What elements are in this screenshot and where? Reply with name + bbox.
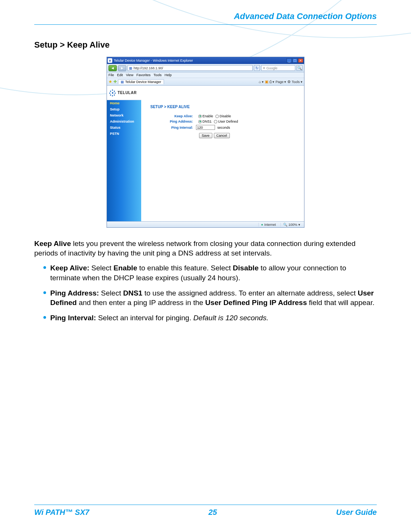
sidebar: Home Setup Network Administration Status… (107, 86, 141, 221)
address-field[interactable]: ▦ http://192.168.1.90/ (127, 65, 253, 71)
window-title: Telular Device Manager - Windows Interne… (114, 59, 287, 62)
search-field[interactable]: ✕ Google (261, 65, 295, 71)
menu-edit[interactable]: Edit (117, 73, 123, 77)
sidebar-item-administration[interactable]: Administration (107, 118, 141, 125)
menu-tools[interactable]: Tools (153, 73, 161, 77)
main-panel: SETUP > KEEP ALIVE Keep Alive: Enable Di… (141, 86, 304, 221)
tab-bar: ★ ✚ ▦ Telular Device Manager ⌂▾ ▣ ⎙▾ Pag… (107, 78, 304, 86)
section-heading: Setup > Keep Alive (34, 40, 377, 50)
zoom-level[interactable]: 🔍 100% ▾ (280, 223, 303, 227)
search-icon: ✕ (263, 66, 266, 70)
screenshot-figure: e Telular Device Manager - Windows Inter… (107, 57, 304, 228)
add-favorite-icon[interactable]: ✚ (113, 79, 117, 84)
window-titlebar: e Telular Device Manager - Windows Inter… (107, 57, 304, 64)
tab-favicon-icon: ▦ (121, 80, 124, 84)
page-tool[interactable]: Page ▾ (276, 80, 287, 84)
footer-page-number: 25 (209, 508, 217, 517)
footer-doc-title: User Guide (336, 508, 377, 517)
menu-help[interactable]: Help (164, 73, 172, 77)
menu-favorites[interactable]: Favorites (136, 73, 150, 77)
close-button[interactable]: × (298, 58, 303, 63)
back-button[interactable]: ◄ (108, 65, 117, 71)
maximize-button[interactable]: □ (292, 58, 298, 63)
page-header-title: Advanced Data Connection Options (34, 11, 377, 21)
minimize-button[interactable]: _ (287, 58, 292, 63)
address-bar: ◄ ► ▦ http://192.168.1.90/ ↻ ✕ Google 🔍 (107, 64, 304, 72)
ping-address-userdef-radio[interactable] (214, 120, 217, 123)
sidebar-item-status[interactable]: Status (107, 125, 141, 131)
bullet-keep-alive: Keep Alive: Select Enable to enable this… (43, 263, 377, 283)
feeds-tool[interactable]: ▣ (265, 80, 268, 84)
feeds-icon: ▣ (265, 80, 268, 84)
keep-alive-label: Keep Alive: (150, 114, 196, 118)
search-button[interactable]: 🔍 (296, 65, 303, 71)
keep-alive-disable-radio[interactable] (215, 115, 219, 118)
tools-tool[interactable]: ⚙Tools ▾ (287, 80, 303, 84)
forward-button[interactable]: ► (118, 65, 126, 71)
gear-icon: ⚙ (287, 80, 291, 84)
breadcrumb: SETUP > KEEP ALIVE (150, 105, 295, 109)
ping-address-dns1-radio[interactable] (198, 120, 202, 123)
ie-icon: e (108, 58, 112, 63)
favorites-icon[interactable]: ★ (108, 79, 112, 84)
zoom-icon: 🔍 (283, 223, 287, 227)
header-divider (34, 24, 377, 25)
sidebar-item-network[interactable]: Network (107, 112, 141, 118)
ping-interval-input[interactable] (196, 125, 215, 130)
internet-zone: ● Internet (258, 223, 278, 227)
bullet-ping-interval: Ping Interval: Select an interval for pi… (43, 313, 377, 323)
footer-product: Wi PATH™ SX7 (34, 508, 89, 517)
status-bar: ● Internet 🔍 100% ▾ (107, 221, 304, 227)
home-icon: ⌂ (259, 80, 261, 84)
brand-dots-icon (109, 89, 116, 96)
menu-bar: File Edit View Favorites Tools Help (107, 72, 304, 78)
refresh-button[interactable]: ↻ (254, 65, 260, 71)
page-icon: ▦ (129, 66, 132, 70)
print-tool[interactable]: ⎙▾ (269, 80, 274, 84)
page-footer: Wi PATH™ SX7 25 User Guide (34, 505, 377, 517)
home-tool[interactable]: ⌂▾ (259, 80, 264, 84)
save-button[interactable]: Save (199, 133, 212, 138)
brand-logo: TELULAR (109, 89, 141, 96)
print-icon: ⎙ (269, 80, 272, 84)
menu-view[interactable]: View (126, 73, 133, 77)
ping-interval-label: Ping Interval: (150, 126, 196, 129)
keep-alive-enable-radio[interactable] (198, 115, 202, 118)
bullet-ping-address: Ping Address: Select DNS1 to use the ass… (43, 288, 377, 308)
body-text: Keep Alive lets you prevent the wireless… (34, 239, 377, 323)
ping-interval-unit: seconds (217, 126, 230, 129)
sidebar-item-setup[interactable]: Setup (107, 106, 141, 112)
sidebar-item-pstn[interactable]: PSTN (107, 131, 141, 137)
browser-tab[interactable]: ▦ Telular Device Manager (118, 79, 164, 84)
cancel-button[interactable]: Cancel (214, 133, 230, 138)
globe-icon: ● (261, 223, 263, 227)
ping-address-label: Ping Address: (150, 120, 196, 123)
sidebar-item-home[interactable]: Home (107, 100, 141, 106)
menu-file[interactable]: File (108, 73, 114, 77)
footer-divider (34, 505, 377, 505)
